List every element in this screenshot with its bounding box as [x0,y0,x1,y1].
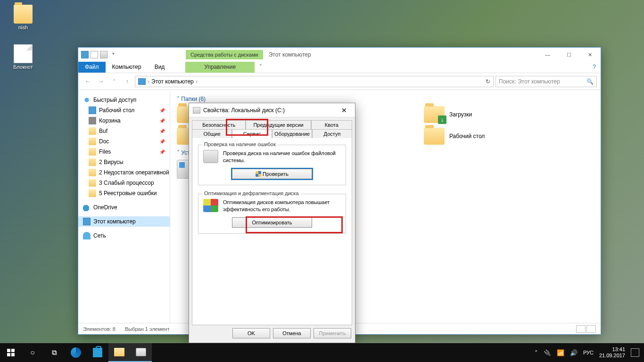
maximize-button[interactable]: ☐ [558,48,579,62]
close-button[interactable]: ✕ [579,48,601,62]
desktop-icon [89,107,96,114]
chevron-right-icon[interactable]: › [148,78,149,85]
drive-check-icon [203,150,218,163]
defrag-icon [203,199,218,212]
nav-back-button[interactable]: ← [82,76,93,87]
sidebar-item-buf[interactable]: Buf📌 [78,126,170,136]
tab-security[interactable]: Безопасность [192,120,246,130]
sidebar-item-virus[interactable]: 2 Вирусы [78,157,170,167]
search-input[interactable]: Поиск: Этот компьютер 🔍 [495,76,597,87]
folder-icon [424,128,445,145]
group-error-check: Проверка на наличие ошибок Проверка диск… [198,145,346,185]
dialog-title: Свойства: Локальный диск (C:) [203,107,285,114]
tab-general[interactable]: Общие [192,129,232,138]
folder-icon [14,5,33,24]
taskbar-taskview-button[interactable]: ⧉ [43,343,65,362]
taskbar-explorer[interactable] [108,343,130,362]
close-icon[interactable]: ✕ [337,107,351,114]
folder-item-downloads[interactable]: Загрузки [424,106,472,123]
downloads-folder-icon [424,106,445,123]
sidebar-network[interactable]: Сеть [78,230,170,241]
svg-rect-1 [11,349,15,352]
tab-sharing[interactable]: Доступ [312,129,352,138]
tray-wifi-icon[interactable]: 📶 [557,349,564,356]
ribbon-tab-manage[interactable]: Управление [185,62,255,73]
folder-icon [89,179,96,187]
ribbon-tab-view[interactable]: Вид [148,62,172,73]
breadcrumb[interactable]: › Этот компьютер › ↻ [135,76,494,87]
sidebar-item-ram[interactable]: 2 Недостаток оперативной [78,167,170,178]
sidebar-item-recycle[interactable]: Корзина📌 [78,115,170,126]
sidebar-item-cpu[interactable]: 3 Слабый процессор [78,178,170,188]
group-legend: Оптимизация и дефрагментация диска [202,190,301,196]
cancel-button[interactable]: Отмена [273,328,311,338]
nav-history-button[interactable]: ˅ [108,76,120,87]
chevron-right-icon[interactable]: › [196,78,198,85]
view-large-icon[interactable] [586,325,596,333]
tab-row: Безопасность Предыдущие версии Квота Общ… [189,117,355,138]
taskbar-disk-properties[interactable] [130,343,152,362]
qat-properties-icon[interactable] [91,51,98,58]
apply-button[interactable]: Применить [314,328,351,338]
taskbar-store[interactable] [87,343,108,362]
context-tab-label: Средства работы с дисками [186,50,263,59]
help-icon[interactable]: ? [588,62,601,73]
pc-icon [138,78,146,85]
ribbon-collapse-icon[interactable]: ˅ [255,62,267,73]
desktop-icon-nish[interactable]: nish [7,5,40,30]
properties-dialog: Свойства: Локальный диск (C:) ✕ Безопасн… [189,103,355,343]
ok-button[interactable]: OK [232,328,270,338]
nav-up-button[interactable]: ↑ [122,76,133,87]
group-header-folders[interactable]: Папки (6) [177,96,594,102]
network-icon [83,232,91,239]
tab-prev-versions[interactable]: Предыдущие версии [246,120,311,130]
folder-icon [89,127,96,135]
tab-quota[interactable]: Квота [311,120,352,130]
tray-chevron-icon[interactable]: ˄ [535,349,538,356]
ribbon-tab-computer[interactable]: Компьютер [106,62,148,73]
disk-icon [136,348,146,356]
tab-hardware[interactable]: Оборудование [272,129,312,138]
view-details-icon[interactable] [576,325,586,333]
refresh-icon[interactable]: ↻ [486,78,490,85]
minimize-button[interactable]: — [537,48,558,62]
nav-forward-button[interactable]: → [95,76,107,87]
qat-dropdown-icon[interactable]: ▾ [109,51,117,58]
sidebar: Быстрый доступ Рабочий стол📌 Корзина📌 Bu… [78,90,170,323]
sidebar-item-desktop[interactable]: Рабочий стол📌 [78,105,170,115]
optimize-button[interactable]: Оптимизировать [232,217,312,228]
sidebar-onedrive[interactable]: OneDrive [78,202,170,213]
qat-newfolder-icon[interactable] [100,51,107,58]
taskbar-edge[interactable] [65,343,87,362]
dialog-buttons: OK Отмена Применить [189,328,355,342]
explorer-icon [114,348,124,356]
folder-icon [89,158,96,166]
pc-icon [83,218,91,225]
tab-tools[interactable]: Сервис [232,129,272,138]
breadcrumb-item[interactable]: Этот компьютер [151,78,194,85]
sidebar-quick-access[interactable]: Быстрый доступ [78,95,170,105]
sidebar-item-doc[interactable]: Doc📌 [78,136,170,147]
tray-power-icon[interactable]: 🔌 [544,349,551,356]
status-selected: Выбран 1 элемент [125,326,170,332]
sidebar-item-files[interactable]: Files📌 [78,147,170,157]
tray-language[interactable]: РУС [583,350,594,355]
sidebar-item-registry[interactable]: 5 Реестровые ошибки [78,188,170,198]
tray-volume-icon[interactable]: 🔊 [570,349,578,356]
drive-icon [193,107,200,114]
desktop: nish Блокнот ▾ Средства работы с дисками… [0,0,644,362]
check-button[interactable]: Проверить [232,169,312,179]
tray-clock[interactable]: 13:41 21.09.2017 [599,346,625,359]
folder-icon [89,138,96,145]
ribbon-tab-file[interactable]: Файл [78,62,106,73]
taskbar-search-button[interactable]: ○ [22,343,43,362]
start-button[interactable] [0,343,22,362]
sidebar-this-pc[interactable]: Этот компьютер [78,216,170,227]
notepad-icon [14,44,33,63]
dialog-titlebar[interactable]: Свойства: Локальный диск (C:) ✕ [189,103,355,117]
tray-action-center-icon[interactable] [631,348,639,357]
address-bar: ← → ˅ ↑ › Этот компьютер › ↻ Поиск: Этот… [78,73,601,90]
folder-item-desktop[interactable]: Рабочий стол [424,128,485,145]
titlebar[interactable]: ▾ Средства работы с дисками Этот компьют… [78,48,601,62]
desktop-icon-notepad[interactable]: Блокнот [7,44,40,70]
